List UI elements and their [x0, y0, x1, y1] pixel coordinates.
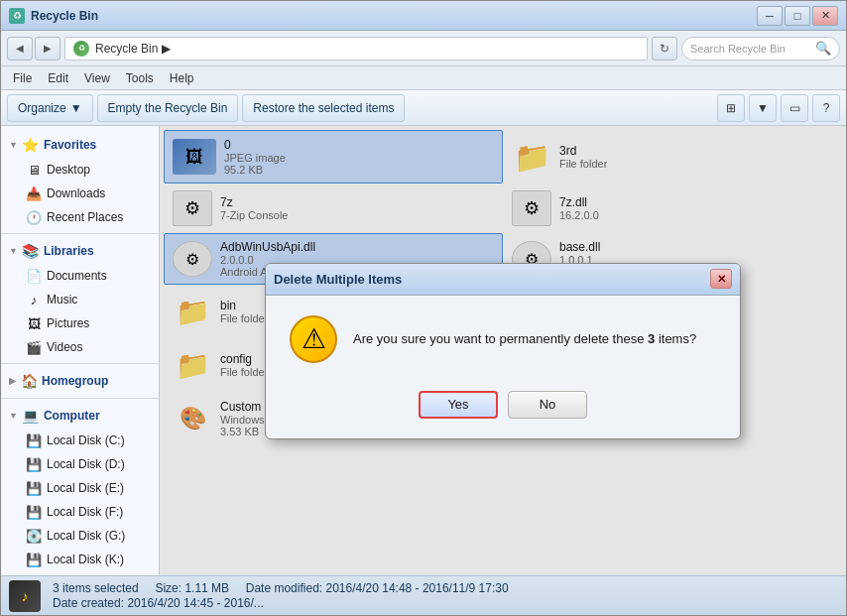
libraries-arrow-icon: ▼: [9, 246, 18, 256]
sidebar-item-music-label: Music: [47, 293, 77, 307]
computer-icon: 💻: [22, 407, 40, 425]
dialog-msg-suffix: ?: [689, 331, 696, 346]
computer-arrow-icon: ▼: [9, 411, 18, 421]
sidebar-item-desktop-label: Desktop: [47, 163, 90, 177]
downloads-icon: 📥: [25, 185, 43, 202]
music-icon: ♪: [25, 291, 43, 308]
libraries-header[interactable]: ▼ 📚 Libraries: [1, 238, 159, 264]
homegroup-header[interactable]: ▶ 🏠 Homegroup: [1, 368, 159, 394]
sidebar-item-d-drive[interactable]: 💾 Local Disk (D:): [1, 452, 159, 476]
sidebar-item-recent-places[interactable]: 🕐 Recent Places: [1, 205, 159, 229]
addressbar: ◀ ▶ ♻ Recycle Bin ▶ ↻ Search Recycle Bin…: [1, 31, 846, 66]
status-date-created-row: Date created: 2016/4/20 14:45 - 2016/...: [53, 596, 509, 610]
sidebar-item-recent-places-label: Recent Places: [47, 210, 123, 224]
forward-button[interactable]: ▶: [35, 37, 60, 61]
back-button[interactable]: ◀: [7, 37, 33, 61]
sidebar-item-d-label: Local Disk (D:): [47, 457, 125, 471]
menu-file[interactable]: File: [5, 69, 40, 87]
status-text: 3 items selected Size: 1.11 MB Date modi…: [53, 581, 509, 610]
videos-icon: 🎬: [25, 338, 43, 356]
sidebar-item-e-label: Local Disk (E:): [47, 481, 124, 495]
dialog-overlay: Delete Multiple Items ✕ ⚠ Are you sure y…: [160, 126, 846, 575]
views-dropdown-button[interactable]: ▼: [749, 94, 777, 122]
address-bar[interactable]: ♻ Recycle Bin ▶: [64, 37, 648, 61]
status-size: Size: 1.11 MB: [155, 581, 229, 595]
status-app-icon: ♪: [9, 580, 41, 612]
location-icon: ♻: [73, 41, 89, 57]
local-disk-g-icon: 💽: [25, 527, 43, 545]
views-button[interactable]: ⊞: [717, 94, 745, 122]
sidebar-item-downloads[interactable]: 📥 Downloads: [1, 182, 159, 205]
sidebar-divider-3: [1, 398, 159, 399]
preview-pane-button[interactable]: ▭: [781, 94, 808, 122]
main-window: ♻ Recycle Bin ─ □ ✕ ◀ ▶ ♻ Recycle Bin ▶ …: [0, 0, 847, 616]
menu-view[interactable]: View: [76, 69, 118, 87]
toolbar-right: ⊞ ▼ ▭ ?: [717, 94, 840, 122]
sidebar-item-e-drive[interactable]: 💾 Local Disk (E:): [1, 476, 159, 500]
dialog-msg-prefix: Are you sure you want to permanently del…: [353, 331, 644, 346]
local-disk-d-icon: 💾: [25, 455, 43, 473]
warning-icon: ⚠: [290, 315, 337, 363]
sidebar-item-k-label: Local Disk (K:): [47, 553, 124, 566]
main-area: ▼ ⭐ Favorites 🖥 Desktop 📥 Downloads 🕐 Re…: [1, 126, 846, 575]
favorites-label: Favorites: [44, 138, 96, 152]
window-controls: ─ □ ✕: [757, 6, 838, 26]
dialog-close-button[interactable]: ✕: [710, 269, 732, 289]
organize-button[interactable]: Organize ▼: [7, 94, 93, 122]
dialog-count: 3: [648, 331, 655, 346]
sidebar-item-music[interactable]: ♪ Music: [1, 288, 159, 311]
status-date-modified-label: Date modified:: [246, 581, 322, 595]
pictures-icon: 🖼: [25, 314, 43, 332]
libraries-label: Libraries: [44, 244, 94, 258]
dialog-message: Are you sure you want to permanently del…: [353, 329, 696, 349]
sidebar-item-c-drive[interactable]: 💾 Local Disk (C:): [1, 429, 159, 452]
status-date-created-label: Date created:: [53, 596, 124, 610]
sidebar-item-downloads-label: Downloads: [47, 186, 105, 200]
sidebar-item-documents[interactable]: 📄 Documents: [1, 264, 159, 288]
favorites-arrow-icon: ▼: [9, 140, 18, 150]
restore-selected-button[interactable]: Restore the selected items: [242, 94, 405, 122]
empty-recycle-bin-label: Empty the Recycle Bin: [108, 101, 228, 115]
dialog-title: Delete Multiple Items: [274, 272, 710, 287]
menu-help[interactable]: Help: [162, 69, 202, 87]
search-icon: 🔍: [815, 41, 831, 56]
maximize-button[interactable]: □: [785, 6, 810, 26]
favorites-icon: ⭐: [22, 136, 40, 154]
restore-label: Restore the selected items: [253, 101, 394, 115]
address-path: Recycle Bin ▶: [95, 42, 171, 56]
computer-label: Computer: [44, 409, 100, 423]
sidebar-item-g-drive[interactable]: 💽 Local Disk (G:): [1, 524, 159, 548]
sidebar-item-desktop[interactable]: 🖥 Desktop: [1, 158, 159, 182]
computer-header[interactable]: ▼ 💻 Computer: [1, 403, 159, 429]
menu-edit[interactable]: Edit: [40, 69, 76, 87]
sidebar-item-f-drive[interactable]: 💾 Local Disk (F:): [1, 500, 159, 524]
minimize-button[interactable]: ─: [757, 6, 783, 26]
homegroup-icon: 🏠: [20, 372, 38, 390]
dialog-no-button[interactable]: No: [508, 391, 587, 419]
sidebar-item-pictures[interactable]: 🖼 Pictures: [1, 311, 159, 335]
toolbar: Organize ▼ Empty the Recycle Bin Restore…: [1, 90, 846, 126]
sidebar-item-f-label: Local Disk (F:): [47, 505, 123, 519]
status-date-modified: 2016/4/20 14:48 - 2016/11/9 17:30: [325, 581, 508, 595]
close-button[interactable]: ✕: [812, 6, 838, 26]
sidebar-item-videos[interactable]: 🎬 Videos: [1, 335, 159, 359]
empty-recycle-bin-button[interactable]: Empty the Recycle Bin: [97, 94, 239, 122]
search-box[interactable]: Search Recycle Bin 🔍: [681, 37, 840, 61]
statusbar: ♪ 3 items selected Size: 1.11 MB Date mo…: [1, 575, 846, 615]
sidebar-divider-2: [1, 363, 159, 364]
refresh-button[interactable]: ↻: [652, 37, 677, 61]
help-button[interactable]: ?: [812, 94, 840, 122]
sidebar-item-k-drive[interactable]: 💾 Local Disk (K:): [1, 548, 159, 571]
window-icon: ♻: [9, 8, 25, 24]
favorites-header[interactable]: ▼ ⭐ Favorites: [1, 132, 159, 158]
nav-buttons: ◀ ▶: [7, 37, 60, 61]
delete-dialog: Delete Multiple Items ✕ ⚠ Are you sure y…: [265, 263, 741, 439]
search-placeholder: Search Recycle Bin: [690, 43, 786, 55]
sidebar: ▼ ⭐ Favorites 🖥 Desktop 📥 Downloads 🕐 Re…: [1, 126, 160, 575]
organize-label: Organize: [18, 101, 66, 115]
menu-tools[interactable]: Tools: [118, 69, 162, 87]
dialog-yes-button[interactable]: Yes: [419, 391, 498, 419]
status-date-created: 2016/4/20 14:45 - 2016/...: [127, 596, 263, 610]
titlebar: ♻ Recycle Bin ─ □ ✕: [1, 1, 846, 31]
dialog-content: ⚠ Are you sure you want to permanently d…: [266, 296, 740, 383]
